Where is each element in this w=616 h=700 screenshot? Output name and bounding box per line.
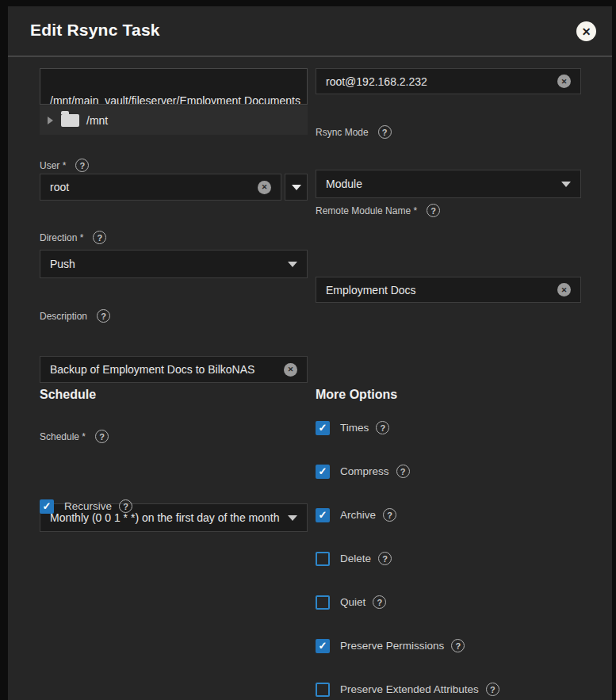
schedule-section-header: Schedule	[40, 388, 96, 402]
user-field-row: root	[40, 174, 308, 201]
clear-icon[interactable]	[557, 283, 571, 296]
clear-icon[interactable]	[557, 75, 571, 88]
checkbox-row-preserve-extended-attributes[interactable]: Preserve Extended Attributes	[316, 682, 499, 697]
quiet-label: Quiet	[340, 596, 365, 608]
preserve-extended-attributes-checkbox[interactable]	[316, 683, 330, 697]
quiet-checkbox[interactable]	[316, 595, 330, 610]
archive-label: Archive	[340, 509, 376, 521]
path-value: /mnt/main_vault/fileserver/Employment Do…	[50, 94, 300, 105]
help-icon[interactable]	[373, 595, 386, 609]
help-icon[interactable]	[376, 421, 389, 434]
tree-node-label: /mnt	[86, 114, 108, 127]
more-options-section-header: More Options	[316, 388, 397, 402]
help-icon[interactable]	[97, 309, 110, 323]
checkbox-row-delete[interactable]: Delete	[316, 551, 392, 566]
times-label: Times	[340, 422, 369, 434]
rsync-mode-value: Module	[326, 178, 555, 190]
remote-module-label-row: Remote Module Name *	[316, 204, 440, 217]
times-checkbox[interactable]	[316, 421, 330, 435]
help-icon[interactable]	[378, 552, 392, 565]
tree-node-mnt[interactable]: /mnt	[40, 105, 308, 135]
chevron-down-icon	[288, 262, 297, 267]
description-label: Description	[40, 311, 87, 322]
dialog-header: Edit Rsync Task ✕	[8, 6, 612, 57]
remote-module-value: Employment Docs	[326, 284, 551, 296]
help-icon[interactable]	[75, 159, 89, 172]
clear-icon[interactable]	[258, 181, 271, 194]
help-icon[interactable]	[427, 204, 440, 217]
help-icon[interactable]	[396, 465, 410, 478]
chevron-down-icon	[288, 515, 297, 521]
checkbox-row-times[interactable]: Times	[316, 420, 389, 435]
preserve-permissions-checkbox[interactable]	[316, 639, 330, 653]
delete-checkbox[interactable]	[316, 552, 330, 566]
direction-label: Direction *	[40, 232, 83, 243]
archive-checkbox[interactable]	[316, 508, 330, 522]
clear-icon[interactable]	[284, 363, 297, 377]
direction-label-row: Direction *	[40, 231, 106, 244]
rsync-mode-label: Rsync Mode	[316, 127, 369, 138]
preserve-extended-attributes-label: Preserve Extended Attributes	[340, 683, 479, 695]
help-icon[interactable]	[95, 430, 109, 443]
description-input[interactable]: Backup of Employment Docs to BilkoNAS	[40, 356, 308, 383]
help-icon[interactable]	[93, 231, 106, 244]
help-icon[interactable]	[451, 639, 465, 652]
chevron-down-icon	[292, 185, 301, 190]
compress-checkbox[interactable]	[316, 465, 330, 479]
checkbox-row-compress[interactable]: Compress	[316, 464, 410, 479]
rsync-mode-label-row: Rsync Mode	[316, 125, 392, 139]
rsync-mode-select[interactable]: Module	[316, 170, 581, 198]
help-icon[interactable]	[378, 125, 392, 139]
help-icon[interactable]	[119, 499, 132, 513]
folder-icon	[61, 114, 79, 127]
user-label-row: User *	[40, 159, 89, 172]
user-dropdown-button[interactable]	[285, 174, 308, 201]
delete-label: Delete	[340, 553, 371, 564]
edit-rsync-task-dialog: Edit Rsync Task ✕ /mnt/main_vault/filese…	[8, 6, 612, 700]
recursive-label: Recursive	[64, 500, 112, 512]
compress-label: Compress	[340, 465, 389, 477]
help-icon[interactable]	[486, 683, 499, 696]
schedule-label-row: Schedule *	[40, 430, 109, 443]
remote-module-input[interactable]: Employment Docs	[316, 277, 581, 303]
user-value: root	[50, 181, 251, 193]
description-value: Backup of Employment Docs to BilkoNAS	[50, 363, 277, 376]
path-input[interactable]: /mnt/main_vault/fileserver/Employment Do…	[40, 68, 308, 105]
checkbox-row-quiet[interactable]: Quiet	[316, 595, 386, 610]
close-icon: ✕	[582, 26, 591, 37]
user-input[interactable]: root	[40, 174, 281, 201]
chevron-down-icon	[561, 182, 571, 187]
right-column: root@192.168.2.232 Rsync Mode Module Rem…	[316, 57, 581, 700]
help-icon[interactable]	[383, 508, 396, 522]
description-label-row: Description	[40, 309, 110, 323]
expand-arrow-icon[interactable]	[48, 117, 53, 124]
user-label: User *	[40, 160, 66, 171]
direction-value: Push	[50, 258, 281, 270]
checkbox-row-recursive[interactable]: Recursive	[40, 499, 132, 514]
dialog-title: Edit Rsync Task	[30, 21, 160, 40]
remote-host-value: root@192.168.2.232	[326, 75, 551, 88]
direction-select[interactable]: Push	[40, 250, 308, 278]
remote-host-input[interactable]: root@192.168.2.232	[316, 68, 581, 94]
preserve-permissions-label: Preserve Permissions	[340, 640, 444, 652]
checkbox-row-archive[interactable]: Archive	[316, 507, 396, 522]
checkbox-row-preserve-permissions[interactable]: Preserve Permissions	[316, 638, 465, 653]
close-button[interactable]: ✕	[576, 21, 596, 41]
left-column: /mnt/main_vault/fileserver/Employment Do…	[32, 57, 300, 700]
remote-module-label: Remote Module Name *	[316, 205, 417, 216]
recursive-checkbox[interactable]	[40, 499, 54, 514]
schedule-label: Schedule *	[40, 431, 86, 442]
